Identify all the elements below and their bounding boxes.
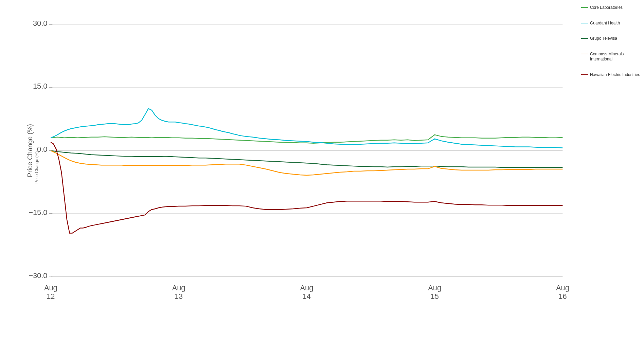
- line-hawaiian-electric: [51, 142, 562, 233]
- legend-line-compass: [581, 54, 588, 54]
- svg-text:15: 15: [431, 292, 439, 301]
- svg-text:Aug: Aug: [556, 284, 569, 292]
- legend-label-compass: Compass Minerals International: [590, 52, 641, 62]
- svg-text:Aug: Aug: [428, 284, 441, 292]
- chart-container: Price Change (%) 30.0 15.0 0.0 −15.: [0, 0, 644, 362]
- legend-item-core: Core Laboratories: [581, 5, 641, 11]
- legend-item-compass: Compass Minerals International: [581, 52, 641, 62]
- legend-item-guardant: Guardant Health: [581, 21, 641, 26]
- y-axis-label: Price Change (%): [34, 133, 39, 201]
- svg-text:14: 14: [303, 292, 311, 301]
- legend-item-hawaiian: Hawaiian Electric Industries: [581, 72, 641, 78]
- legend-label-core: Core Laboratories: [590, 5, 623, 11]
- chart-area: Price Change (%) 30.0 15.0 0.0 −15.: [0, 0, 579, 362]
- line-guardant-health: [51, 109, 562, 148]
- legend-label-guardant: Guardant Health: [590, 21, 620, 26]
- legend-line-core: [581, 7, 588, 8]
- main-chart-svg: 30.0 15.0 0.0 −15.0 −30.0 Aug 12 Aug 13 …: [24, 7, 579, 335]
- svg-text:Aug: Aug: [300, 284, 313, 292]
- legend-line-guardant: [581, 23, 588, 23]
- legend-line-hawaiian: [581, 74, 588, 75]
- line-grupo-televisa: [51, 151, 562, 168]
- legend-label-grupo: Grupo Televisa: [590, 36, 617, 41]
- chart-legend: Core Laboratories Guardant Health Grupo …: [579, 0, 644, 362]
- legend-label-hawaiian: Hawaiian Electric Industries: [590, 72, 640, 78]
- svg-text:13: 13: [175, 292, 183, 301]
- svg-text:16: 16: [558, 292, 567, 301]
- legend-item-grupo: Grupo Televisa: [581, 36, 641, 41]
- svg-text:Aug: Aug: [172, 284, 185, 292]
- legend-line-grupo: [581, 38, 588, 39]
